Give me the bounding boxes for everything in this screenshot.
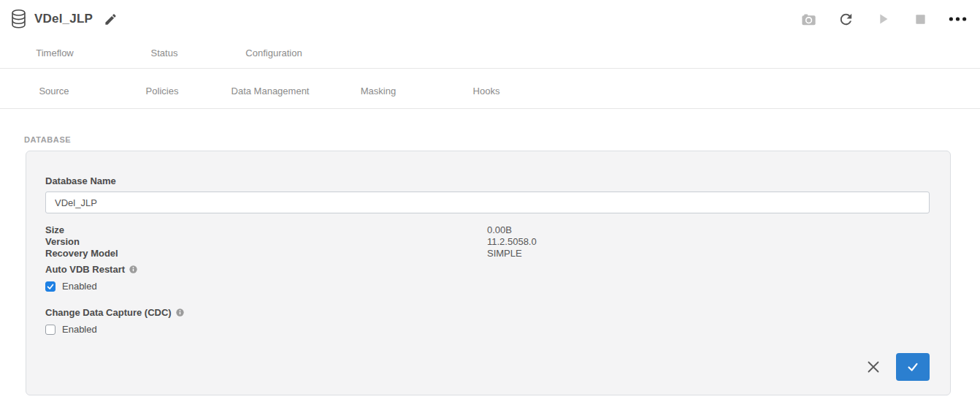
auto-vdb-restart-label: Auto VDB Restart xyxy=(45,264,930,275)
play-icon xyxy=(875,11,891,27)
snapshot-button[interactable] xyxy=(799,10,818,29)
camera-icon xyxy=(800,11,817,28)
auto-vdb-restart-checkbox[interactable] xyxy=(45,281,55,292)
database-icon xyxy=(10,9,27,29)
tab-source[interactable]: Source xyxy=(0,86,108,96)
check-icon xyxy=(906,360,920,374)
more-options-button[interactable] xyxy=(948,10,967,29)
info-icon[interactable] xyxy=(176,308,184,317)
stop-icon xyxy=(914,13,927,26)
cdc-label: Change Data Capture (CDC) xyxy=(45,307,930,318)
info-value: 11.2.5058.0 xyxy=(487,236,930,248)
tab-masking[interactable]: Masking xyxy=(324,86,432,96)
start-button[interactable] xyxy=(873,10,892,29)
refresh-button[interactable] xyxy=(836,10,855,29)
section-title: DATABASE xyxy=(24,135,980,144)
refresh-icon xyxy=(838,11,854,28)
database-info-list: Size 0.00B Version 11.2.5058.0 Recovery … xyxy=(45,224,930,259)
tab-configuration[interactable]: Configuration xyxy=(219,48,329,58)
info-label: Version xyxy=(45,236,487,248)
cdc-row: Enabled xyxy=(45,324,930,335)
stop-button[interactable] xyxy=(911,10,930,29)
secondary-tab-bar: Source Policies Data Management Masking … xyxy=(0,69,980,109)
database-panel: Database Name Size 0.00B Version 11.2.50… xyxy=(26,151,951,395)
confirm-button[interactable] xyxy=(896,353,930,381)
info-label: Size xyxy=(45,224,487,236)
info-value: SIMPLE xyxy=(487,248,930,259)
primary-tab-bar: Timeflow Status Configuration xyxy=(0,38,980,69)
info-icon[interactable] xyxy=(129,265,137,273)
tab-status[interactable]: Status xyxy=(110,48,219,58)
tab-data-management[interactable]: Data Management xyxy=(216,86,324,96)
header: VDel_JLP xyxy=(0,0,980,38)
ellipsis-icon xyxy=(949,16,967,22)
close-icon xyxy=(866,360,881,374)
tab-policies[interactable]: Policies xyxy=(108,86,216,96)
panel-footer xyxy=(865,353,930,381)
cancel-button[interactable] xyxy=(865,359,881,375)
app-window: VDel_JLP xyxy=(0,0,980,413)
cdc-label-text: Change Data Capture (CDC) xyxy=(45,307,172,318)
info-value: 0.00B xyxy=(487,224,930,236)
info-label: Recovery Model xyxy=(45,248,487,259)
database-name-label: Database Name xyxy=(45,151,930,186)
cdc-checkbox[interactable] xyxy=(45,325,55,335)
toolbar xyxy=(799,10,980,29)
tab-timeflow[interactable]: Timeflow xyxy=(0,48,110,58)
tab-hooks[interactable]: Hooks xyxy=(432,86,540,96)
auto-vdb-restart-label-text: Auto VDB Restart xyxy=(45,264,125,275)
pencil-icon xyxy=(104,12,118,26)
auto-vdb-restart-checkbox-label: Enabled xyxy=(62,281,97,292)
auto-vdb-restart-row: Enabled xyxy=(45,281,930,292)
cdc-checkbox-label: Enabled xyxy=(62,324,97,335)
edit-name-button[interactable] xyxy=(102,11,118,27)
page-title: VDel_JLP xyxy=(34,12,93,26)
database-name-input[interactable] xyxy=(45,192,930,213)
